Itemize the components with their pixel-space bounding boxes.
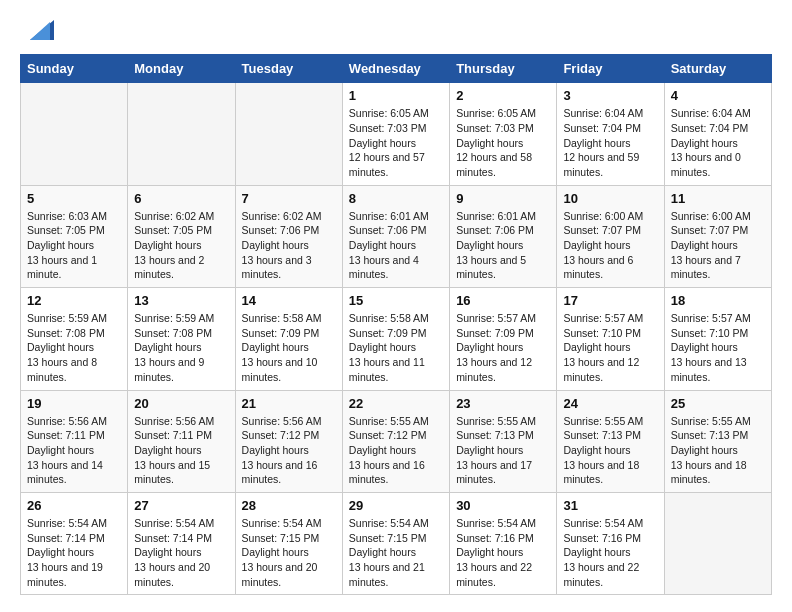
day-info: Sunrise: 6:04 AM Sunset: 7:04 PM Dayligh… — [671, 106, 765, 179]
weekday-header-monday: Monday — [128, 55, 235, 83]
svg-marker-1 — [30, 22, 50, 40]
calendar-cell: 31 Sunrise: 5:54 AM Sunset: 7:16 PM Dayl… — [557, 492, 664, 594]
calendar-cell: 3 Sunrise: 6:04 AM Sunset: 7:04 PM Dayli… — [557, 83, 664, 185]
calendar-cell: 11 Sunrise: 6:00 AM Sunset: 7:07 PM Dayl… — [664, 185, 771, 287]
calendar-cell: 6 Sunrise: 6:02 AM Sunset: 7:05 PM Dayli… — [128, 185, 235, 287]
calendar-cell: 25 Sunrise: 5:55 AM Sunset: 7:13 PM Dayl… — [664, 390, 771, 492]
calendar-cell: 4 Sunrise: 6:04 AM Sunset: 7:04 PM Dayli… — [664, 83, 771, 185]
day-number: 17 — [563, 293, 657, 308]
calendar-cell: 7 Sunrise: 6:02 AM Sunset: 7:06 PM Dayli… — [235, 185, 342, 287]
calendar-cell: 24 Sunrise: 5:55 AM Sunset: 7:13 PM Dayl… — [557, 390, 664, 492]
calendar-cell: 14 Sunrise: 5:58 AM Sunset: 7:09 PM Dayl… — [235, 288, 342, 390]
day-info: Sunrise: 5:59 AM Sunset: 7:08 PM Dayligh… — [134, 311, 228, 384]
day-info: Sunrise: 6:05 AM Sunset: 7:03 PM Dayligh… — [456, 106, 550, 179]
weekday-header-saturday: Saturday — [664, 55, 771, 83]
calendar-cell: 30 Sunrise: 5:54 AM Sunset: 7:16 PM Dayl… — [450, 492, 557, 594]
day-info: Sunrise: 6:04 AM Sunset: 7:04 PM Dayligh… — [563, 106, 657, 179]
day-info: Sunrise: 5:57 AM Sunset: 7:09 PM Dayligh… — [456, 311, 550, 384]
day-info: Sunrise: 5:54 AM Sunset: 7:16 PM Dayligh… — [563, 516, 657, 589]
calendar-cell: 2 Sunrise: 6:05 AM Sunset: 7:03 PM Dayli… — [450, 83, 557, 185]
day-info: Sunrise: 5:54 AM Sunset: 7:14 PM Dayligh… — [134, 516, 228, 589]
week-row-2: 5 Sunrise: 6:03 AM Sunset: 7:05 PM Dayli… — [21, 185, 772, 287]
calendar-table: SundayMondayTuesdayWednesdayThursdayFrid… — [20, 54, 772, 595]
weekday-header-wednesday: Wednesday — [342, 55, 449, 83]
day-number: 29 — [349, 498, 443, 513]
logo — [20, 20, 54, 44]
day-number: 2 — [456, 88, 550, 103]
calendar-cell: 13 Sunrise: 5:59 AM Sunset: 7:08 PM Dayl… — [128, 288, 235, 390]
day-info: Sunrise: 6:02 AM Sunset: 7:05 PM Dayligh… — [134, 209, 228, 282]
day-info: Sunrise: 6:03 AM Sunset: 7:05 PM Dayligh… — [27, 209, 121, 282]
calendar-cell: 20 Sunrise: 5:56 AM Sunset: 7:11 PM Dayl… — [128, 390, 235, 492]
calendar-cell: 8 Sunrise: 6:01 AM Sunset: 7:06 PM Dayli… — [342, 185, 449, 287]
day-number: 18 — [671, 293, 765, 308]
day-number: 27 — [134, 498, 228, 513]
day-number: 31 — [563, 498, 657, 513]
weekday-header-tuesday: Tuesday — [235, 55, 342, 83]
day-number: 10 — [563, 191, 657, 206]
calendar-cell: 26 Sunrise: 5:54 AM Sunset: 7:14 PM Dayl… — [21, 492, 128, 594]
day-info: Sunrise: 5:56 AM Sunset: 7:12 PM Dayligh… — [242, 414, 336, 487]
day-number: 25 — [671, 396, 765, 411]
calendar-cell: 16 Sunrise: 5:57 AM Sunset: 7:09 PM Dayl… — [450, 288, 557, 390]
day-info: Sunrise: 6:01 AM Sunset: 7:06 PM Dayligh… — [349, 209, 443, 282]
day-info: Sunrise: 5:55 AM Sunset: 7:12 PM Dayligh… — [349, 414, 443, 487]
day-info: Sunrise: 5:54 AM Sunset: 7:15 PM Dayligh… — [349, 516, 443, 589]
day-number: 1 — [349, 88, 443, 103]
day-number: 30 — [456, 498, 550, 513]
week-row-3: 12 Sunrise: 5:59 AM Sunset: 7:08 PM Dayl… — [21, 288, 772, 390]
day-number: 9 — [456, 191, 550, 206]
day-number: 28 — [242, 498, 336, 513]
day-number: 22 — [349, 396, 443, 411]
calendar-cell: 15 Sunrise: 5:58 AM Sunset: 7:09 PM Dayl… — [342, 288, 449, 390]
calendar-cell: 18 Sunrise: 5:57 AM Sunset: 7:10 PM Dayl… — [664, 288, 771, 390]
calendar-cell: 1 Sunrise: 6:05 AM Sunset: 7:03 PM Dayli… — [342, 83, 449, 185]
logo-icon — [22, 12, 54, 44]
day-number: 11 — [671, 191, 765, 206]
day-info: Sunrise: 5:57 AM Sunset: 7:10 PM Dayligh… — [671, 311, 765, 384]
calendar-cell: 28 Sunrise: 5:54 AM Sunset: 7:15 PM Dayl… — [235, 492, 342, 594]
day-info: Sunrise: 5:59 AM Sunset: 7:08 PM Dayligh… — [27, 311, 121, 384]
calendar-cell: 17 Sunrise: 5:57 AM Sunset: 7:10 PM Dayl… — [557, 288, 664, 390]
week-row-5: 26 Sunrise: 5:54 AM Sunset: 7:14 PM Dayl… — [21, 492, 772, 594]
calendar-cell: 12 Sunrise: 5:59 AM Sunset: 7:08 PM Dayl… — [21, 288, 128, 390]
day-number: 24 — [563, 396, 657, 411]
calendar-cell — [21, 83, 128, 185]
day-info: Sunrise: 6:00 AM Sunset: 7:07 PM Dayligh… — [671, 209, 765, 282]
day-number: 26 — [27, 498, 121, 513]
calendar-cell: 23 Sunrise: 5:55 AM Sunset: 7:13 PM Dayl… — [450, 390, 557, 492]
weekday-header-row: SundayMondayTuesdayWednesdayThursdayFrid… — [21, 55, 772, 83]
day-info: Sunrise: 5:56 AM Sunset: 7:11 PM Dayligh… — [134, 414, 228, 487]
day-number: 15 — [349, 293, 443, 308]
day-info: Sunrise: 5:55 AM Sunset: 7:13 PM Dayligh… — [671, 414, 765, 487]
day-info: Sunrise: 5:54 AM Sunset: 7:16 PM Dayligh… — [456, 516, 550, 589]
day-number: 23 — [456, 396, 550, 411]
weekday-header-sunday: Sunday — [21, 55, 128, 83]
day-info: Sunrise: 5:58 AM Sunset: 7:09 PM Dayligh… — [349, 311, 443, 384]
calendar-cell: 10 Sunrise: 6:00 AM Sunset: 7:07 PM Dayl… — [557, 185, 664, 287]
day-number: 5 — [27, 191, 121, 206]
day-info: Sunrise: 6:05 AM Sunset: 7:03 PM Dayligh… — [349, 106, 443, 179]
day-number: 8 — [349, 191, 443, 206]
calendar-cell: 5 Sunrise: 6:03 AM Sunset: 7:05 PM Dayli… — [21, 185, 128, 287]
day-info: Sunrise: 5:58 AM Sunset: 7:09 PM Dayligh… — [242, 311, 336, 384]
calendar-cell: 21 Sunrise: 5:56 AM Sunset: 7:12 PM Dayl… — [235, 390, 342, 492]
day-info: Sunrise: 5:57 AM Sunset: 7:10 PM Dayligh… — [563, 311, 657, 384]
day-number: 12 — [27, 293, 121, 308]
day-info: Sunrise: 5:54 AM Sunset: 7:14 PM Dayligh… — [27, 516, 121, 589]
day-number: 14 — [242, 293, 336, 308]
day-number: 16 — [456, 293, 550, 308]
calendar-cell: 22 Sunrise: 5:55 AM Sunset: 7:12 PM Dayl… — [342, 390, 449, 492]
day-info: Sunrise: 5:56 AM Sunset: 7:11 PM Dayligh… — [27, 414, 121, 487]
day-info: Sunrise: 5:55 AM Sunset: 7:13 PM Dayligh… — [456, 414, 550, 487]
calendar-cell: 29 Sunrise: 5:54 AM Sunset: 7:15 PM Dayl… — [342, 492, 449, 594]
day-number: 13 — [134, 293, 228, 308]
day-number: 19 — [27, 396, 121, 411]
day-number: 20 — [134, 396, 228, 411]
day-number: 4 — [671, 88, 765, 103]
day-info: Sunrise: 5:55 AM Sunset: 7:13 PM Dayligh… — [563, 414, 657, 487]
weekday-header-thursday: Thursday — [450, 55, 557, 83]
calendar-cell: 27 Sunrise: 5:54 AM Sunset: 7:14 PM Dayl… — [128, 492, 235, 594]
day-info: Sunrise: 6:01 AM Sunset: 7:06 PM Dayligh… — [456, 209, 550, 282]
day-info: Sunrise: 6:02 AM Sunset: 7:06 PM Dayligh… — [242, 209, 336, 282]
